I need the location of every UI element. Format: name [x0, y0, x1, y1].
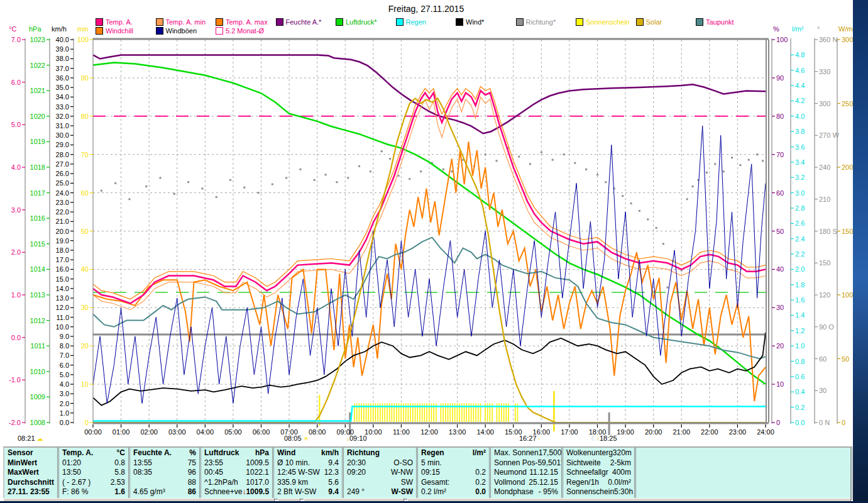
svg-text:80: 80	[776, 113, 784, 120]
svg-text:240: 240	[819, 163, 830, 171]
svg-text:21:00: 21:00	[673, 428, 690, 436]
table-cell-value: 88	[188, 478, 196, 488]
table-row: 12:45 W-SW12.3	[274, 468, 342, 478]
svg-text:3.2: 3.2	[795, 174, 805, 181]
svg-text:31.0: 31.0	[56, 122, 69, 130]
svg-text:2.0: 2.0	[60, 400, 69, 407]
svg-text:24:00: 24:00	[757, 428, 774, 436]
svg-text:100: 100	[77, 36, 89, 43]
svg-text:70: 70	[776, 151, 784, 158]
table-cell-label: 4.65 g/m³	[133, 487, 165, 497]
sun-cloud-icon: ☁	[37, 435, 43, 442]
svg-text:12.0: 12.0	[56, 304, 69, 311]
table-cell-value: SW	[401, 478, 413, 488]
svg-text:2.0: 2.0	[795, 265, 805, 273]
axis-deg: °0 N306090 O120150180 S210240270 W300330…	[815, 25, 839, 426]
table-row: MaxWert	[4, 468, 57, 478]
table-cell-value: 9.4	[328, 487, 339, 497]
svg-text:40.0: 40.0	[56, 36, 69, 43]
table-cell-label: 2 Bft W-SW	[277, 487, 316, 497]
svg-text:28.0: 28.0	[56, 151, 69, 158]
svg-text:10.0: 10.0	[56, 323, 69, 331]
svg-text:30: 30	[776, 304, 784, 311]
svg-text:40: 40	[81, 265, 89, 273]
moonrise-marker: ☾↑18:25	[591, 434, 617, 442]
svg-text:°: °	[817, 25, 820, 33]
svg-text:17.0: 17.0	[56, 256, 69, 263]
table-row: 4.65 g/m³86	[130, 487, 199, 497]
sun-icon: ☀	[304, 435, 309, 442]
svg-text:08:00: 08:00	[309, 428, 326, 436]
moon-icon: ☾	[591, 435, 596, 442]
svg-text:50: 50	[81, 228, 89, 235]
svg-text:12:00: 12:00	[420, 428, 438, 436]
svg-text:4.0: 4.0	[11, 163, 21, 171]
svg-text:1012: 1012	[30, 317, 45, 324]
table-row: 00:451022.1	[201, 468, 272, 478]
svg-text:km/h: km/h	[52, 25, 67, 33]
svg-text:3.0: 3.0	[60, 390, 69, 397]
svg-text:4.8: 4.8	[795, 51, 805, 58]
svg-text:150: 150	[842, 228, 853, 235]
table-row: Gesamt:0.2	[418, 478, 489, 488]
table-row: Sensor	[4, 448, 57, 458]
table-row: 335.9 km5.6	[274, 478, 342, 488]
svg-text:1013: 1013	[30, 291, 45, 299]
x-axis: 00:0001:0002:0003:0004:0005:0006:0007:00…	[84, 424, 774, 436]
table-column-richtung: Richtung20:30O-SO09:20W-NWSW249 °W-SW	[344, 448, 418, 499]
table-row: Ø 10 min.9.4	[274, 458, 342, 468]
svg-text:270 W: 270 W	[819, 131, 839, 139]
svg-text:90: 90	[81, 74, 89, 82]
svg-text:38.0: 38.0	[56, 55, 69, 62]
svg-text:30: 30	[81, 304, 89, 311]
table-cell-value: 320m	[613, 448, 632, 458]
table-cell-value: 12.3	[324, 468, 339, 478]
table-cell-label: Schnee+ve↓	[204, 487, 246, 497]
svg-text:06:00: 06:00	[253, 428, 270, 436]
svg-text:100: 100	[842, 291, 853, 299]
table-row: Regen/1h0.0l/m²	[563, 478, 634, 488]
svg-text:11.0: 11.0	[56, 314, 69, 321]
svg-text:1023: 1023	[30, 36, 45, 43]
svg-text:3.0: 3.0	[11, 206, 21, 214]
svg-text:1016: 1016	[30, 214, 45, 222]
table-cell-label: F: 86 %	[62, 487, 88, 497]
table-cell-value: 0.0l/m²	[608, 478, 631, 488]
svg-text:21.0: 21.0	[56, 218, 69, 225]
svg-text:30: 30	[819, 387, 827, 394]
svg-text:0: 0	[776, 419, 780, 426]
weather-chart: °C-2.0-1.00.01.02.03.04.05.06.07.0hPa100…	[0, 0, 868, 445]
table-cell-value: 1017.0	[246, 478, 269, 488]
svg-text:%: %	[773, 25, 779, 33]
table-column-sensor: SensorMinWertMaxWertDurchschnitt27.11. 2…	[4, 448, 59, 499]
table-row: MinWert	[4, 458, 57, 468]
table-column-temp-a-: Temp. A.°C01:200.813:505.8( - 2.67 )2.53…	[59, 448, 130, 499]
svg-text:00:00: 00:00	[84, 428, 102, 436]
svg-text:4.6: 4.6	[795, 67, 805, 74]
table-cell-value: -59,501°	[535, 458, 561, 468]
table-cell-label: Neumond	[494, 468, 527, 478]
svg-text:6.0: 6.0	[60, 362, 69, 369]
table-row: 09:150.2	[418, 468, 489, 478]
svg-text:26.0: 26.0	[56, 170, 69, 177]
table-cell-value: 96	[188, 468, 196, 478]
svg-text:250: 250	[842, 100, 853, 108]
table-cell-label: Sensor	[8, 448, 33, 458]
table-row: ( - 2.67 )2.53	[59, 478, 128, 488]
table-row: Max. Sonnen17,500°	[491, 448, 561, 458]
svg-text:16.0: 16.0	[56, 265, 69, 273]
svg-text:1.4: 1.4	[795, 311, 805, 319]
table-row: 08:3596	[130, 468, 199, 478]
table-cell-label: MaxWert	[8, 468, 39, 478]
svg-text:14:00: 14:00	[476, 428, 494, 436]
table-cell-label: 13:55	[133, 458, 152, 468]
table-row: Mondphase- 95%	[491, 487, 561, 497]
table-cell-value: 1022.1	[246, 468, 269, 478]
svg-text:1008: 1008	[30, 419, 45, 426]
table-empty-area	[636, 448, 852, 499]
table-cell-label: 09:20	[347, 468, 366, 478]
svg-text:1010: 1010	[30, 368, 45, 375]
svg-text:05:00: 05:00	[224, 428, 242, 436]
svg-text:20: 20	[81, 342, 89, 350]
svg-text:1.0: 1.0	[11, 291, 21, 299]
